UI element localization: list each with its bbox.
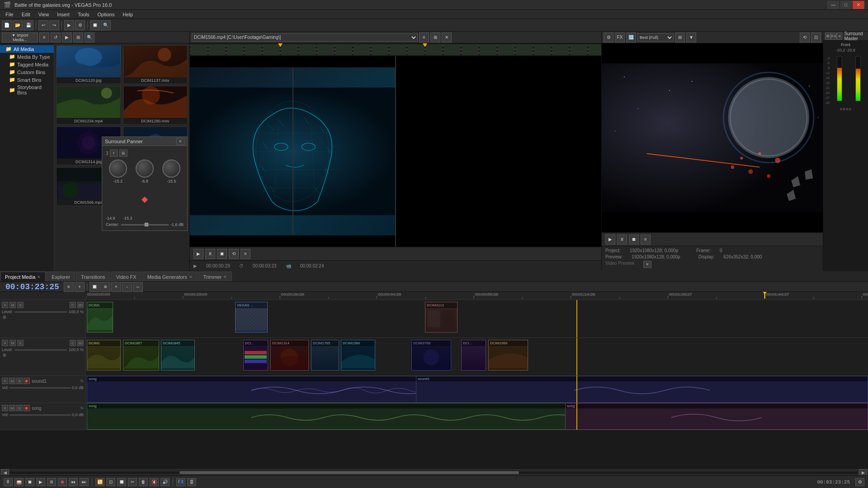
tl-ripple-btn[interactable]: ≋ xyxy=(100,282,110,292)
transport-cut-btn[interactable]: ✂ xyxy=(128,478,137,486)
scroll-thumb[interactable] xyxy=(179,471,519,474)
transport-loop-btn[interactable]: 🔁 xyxy=(95,478,104,486)
menu-file[interactable]: File xyxy=(2,11,17,18)
clip-dci-t2[interactable]: DCI... xyxy=(461,340,486,371)
media-view-btn[interactable]: ≡ xyxy=(39,33,49,42)
tab-explorer[interactable]: Explorer xyxy=(47,272,75,282)
surround-calc-btn[interactable]: ≡ xyxy=(837,33,842,40)
track-solo-btn-1[interactable]: S xyxy=(17,302,24,308)
tl-zoom-in-btn[interactable]: + xyxy=(111,282,121,292)
panner-diamond-area[interactable] xyxy=(127,186,163,213)
media-thumb-dcim1137[interactable]: DCIM1137.mov xyxy=(123,45,188,84)
track-mute-btn-2[interactable]: M xyxy=(9,340,16,346)
clip-dcim1314[interactable]: DCIM1314 xyxy=(270,340,309,371)
clip-dcim1999[interactable]: DCIM1999 xyxy=(488,340,528,371)
track-keyframe-2[interactable] xyxy=(3,353,6,357)
right-stop-btn[interactable]: ⏹ xyxy=(629,235,639,244)
track-composite-btn-2[interactable]: C xyxy=(70,340,76,346)
menu-insert[interactable]: Insert xyxy=(53,11,73,18)
clip-dcim3768[interactable]: DCIM3768 xyxy=(411,340,451,371)
audio-settings-btn-1[interactable]: ≡ xyxy=(2,378,8,384)
zoom-button[interactable]: 🔍 xyxy=(101,20,111,30)
tree-item-all-media[interactable]: 📁 All Media xyxy=(0,45,54,53)
tree-item-smart-bins[interactable]: 📁 Smart Bins xyxy=(0,76,54,84)
transport-stop-btn[interactable]: ⏹ xyxy=(25,478,34,486)
panner-close-btn[interactable]: ✕ xyxy=(176,138,184,145)
trimmer-grid-btn[interactable]: ⊞ xyxy=(430,33,440,42)
import-media-button[interactable]: ▼ Import Media... xyxy=(2,33,38,42)
trimmer-close-btn[interactable]: ✕ xyxy=(442,33,452,42)
tl-fit-btn[interactable]: ↔ xyxy=(133,282,143,292)
transport-delete-btn[interactable]: 🗑 xyxy=(139,478,148,486)
knob-3[interactable] xyxy=(162,160,180,178)
track-settings-btn-1[interactable]: ≡ xyxy=(2,302,8,308)
transport-vol-btn[interactable]: 🔊 xyxy=(160,478,170,486)
preview-snap-btn[interactable]: ⊡ xyxy=(811,33,821,42)
save-button[interactable]: 💾 xyxy=(24,20,33,30)
trimmer-view-btn[interactable]: ≡ xyxy=(419,33,429,42)
audio-settings-btn-2[interactable]: ≡ xyxy=(2,405,8,411)
clip-dcim1-t2[interactable]: DCIM1 xyxy=(87,340,121,371)
audio-clip-song-1b[interactable]: sound1 xyxy=(416,376,868,403)
level-slider-1[interactable] xyxy=(14,311,67,313)
preview-quality-selector[interactable]: Best (Full) xyxy=(637,33,674,42)
center-slider[interactable] xyxy=(121,224,169,225)
level-slider-2[interactable] xyxy=(14,349,67,351)
surround-settings-btn[interactable]: ⚙ xyxy=(825,33,830,40)
audio-record-btn-2[interactable]: ⏺ xyxy=(24,405,30,411)
transport-ff-btn[interactable]: ⏭ xyxy=(80,478,89,486)
tree-item-tagged-media[interactable]: 📁 Tagged Media xyxy=(0,61,54,68)
track-mute-btn-1[interactable]: M xyxy=(9,302,16,308)
close-button[interactable]: ✕ xyxy=(853,1,864,9)
tl-track-btn[interactable]: + xyxy=(75,282,85,292)
clip-dcim1845[interactable]: DCIM1845 xyxy=(161,340,195,371)
snap-button[interactable]: 🔲 xyxy=(90,20,100,30)
audio-vol-slider-1[interactable] xyxy=(9,387,71,389)
scroll-right-btn[interactable]: ▶ xyxy=(859,469,867,476)
tree-item-custom-bins[interactable]: 📁 Custom Bins xyxy=(0,68,54,76)
menu-edit[interactable]: Edit xyxy=(18,11,34,18)
media-thumb-dcim1120[interactable]: DCIM1120.jpg xyxy=(56,45,121,84)
maximize-button[interactable]: □ xyxy=(840,1,852,9)
media-grid-btn[interactable]: ⊞ xyxy=(73,33,83,42)
tab-transitions[interactable]: Transitions xyxy=(76,272,110,282)
settings-button[interactable]: ⚙ xyxy=(75,20,85,30)
transport-markers-btn[interactable]: ⊡ xyxy=(106,478,115,486)
video-preview-close-btn[interactable]: ✕ xyxy=(643,261,651,268)
audio-record-btn-1[interactable]: ⏺ xyxy=(24,378,30,384)
track-settings-btn-2[interactable]: ≡ xyxy=(2,340,8,346)
scroll-track[interactable] xyxy=(9,471,859,474)
trimmer-pause-btn[interactable]: ⏸ xyxy=(205,249,215,259)
new-button[interactable]: 📄 xyxy=(2,20,12,30)
tab-project-media-close[interactable]: ✕ xyxy=(37,275,41,279)
transport-plugin-btn[interactable]: 🎛 xyxy=(187,478,196,486)
menu-view[interactable]: View xyxy=(35,11,53,18)
open-button[interactable]: 📂 xyxy=(13,20,23,30)
scroll-left-btn[interactable]: ◀ xyxy=(1,469,9,476)
tab-project-media[interactable]: Project Media ✕ xyxy=(0,272,46,282)
track-keyframe-1[interactable] xyxy=(3,315,6,319)
media-play-btn[interactable]: ▶ xyxy=(62,33,72,42)
knob-2[interactable] xyxy=(136,160,154,178)
panner-grid-btn[interactable]: ⊞ xyxy=(119,150,127,157)
transport-fx-btn[interactable]: FX xyxy=(176,478,185,486)
tab-trimmer-close[interactable]: ✕ xyxy=(223,275,227,279)
transport-record-btn[interactable]: ⏺ xyxy=(58,478,67,486)
trimmer-stop-btn[interactable]: ⏹ xyxy=(217,249,227,259)
transport-mute-btn[interactable]: 🔇 xyxy=(150,478,159,486)
media-thumb-dcim1290[interactable]: DCIM1290.mov xyxy=(123,86,188,125)
clip-dcim1[interactable]: DCIM1 xyxy=(87,302,113,333)
transport-settings-btn[interactable]: ⚙ xyxy=(855,478,864,486)
transport-mic-btn[interactable]: 🎙 xyxy=(4,478,13,486)
audio-clip-song-2b[interactable]: song xyxy=(565,403,868,430)
surround-fx-btn[interactable]: FX xyxy=(830,33,837,40)
tl-settings-btn[interactable]: ≡ xyxy=(64,282,74,292)
track-solo-btn-2[interactable]: S xyxy=(17,340,24,346)
transport-pause-btn[interactable]: ⏸ xyxy=(47,478,56,486)
preview-settings-btn[interactable]: ⚙ xyxy=(604,33,613,42)
render-button[interactable]: ▶ xyxy=(64,20,74,30)
clip-vegas[interactable]: VEGAS ... xyxy=(235,302,268,333)
preview-loop-btn[interactable]: ⟲ xyxy=(800,33,810,42)
file-path-selector[interactable]: DCIM1566.mp4 [C:\User\Footage\Gaming\] xyxy=(192,33,418,42)
menu-options[interactable]: Options xyxy=(94,11,118,18)
